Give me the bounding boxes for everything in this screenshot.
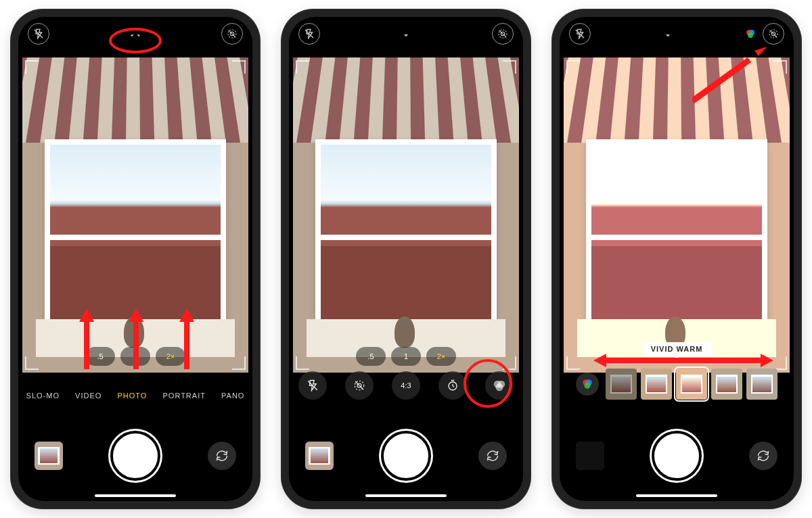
zoom-2x[interactable]: 2× [426, 347, 456, 366]
flip-camera-icon[interactable] [749, 442, 777, 470]
livephoto-off-icon[interactable] [763, 23, 784, 45]
option-row: 4:3 [289, 371, 523, 400]
shutter-button[interactable] [652, 431, 702, 481]
flash-off-icon[interactable] [28, 23, 49, 45]
shutter-bar [560, 431, 794, 481]
filter-thumb-5[interactable] [746, 369, 777, 400]
zoom-row: .5 1 2× [289, 347, 523, 366]
filter-thumb-2[interactable] [641, 369, 672, 400]
rgb-indicator-icon [745, 28, 756, 39]
flip-camera-icon[interactable] [478, 442, 507, 470]
last-photo-thumbnail[interactable] [576, 442, 604, 470]
home-indicator[interactable] [95, 494, 176, 497]
option-flash-icon[interactable] [298, 371, 327, 400]
filter-thumb-1[interactable] [606, 369, 637, 400]
notch [78, 17, 193, 34]
option-timer-icon[interactable] [438, 371, 467, 400]
zoom-2x[interactable]: 2× [156, 347, 185, 366]
viewfinder[interactable] [22, 57, 248, 373]
zoom-row: ​.5 1 2× [18, 347, 252, 366]
notch [348, 17, 464, 34]
scene-image [293, 57, 519, 373]
zoom-0_5[interactable]: .5 [356, 347, 386, 366]
last-photo-thumbnail[interactable] [35, 442, 63, 470]
last-photo-thumbnail[interactable] [305, 442, 334, 470]
camera-screen-2: .5 1 2× 4:3 [289, 17, 523, 501]
mode-pano[interactable]: PANO [221, 392, 244, 400]
shutter-button[interactable] [381, 431, 431, 481]
option-livephoto-icon[interactable] [345, 371, 374, 400]
filter-active-label: VIVID WARM [643, 342, 711, 356]
viewfinder[interactable] [293, 57, 519, 373]
scene-image [564, 57, 790, 373]
svg-line-3 [229, 30, 236, 38]
mode-video[interactable]: VIDEO [75, 392, 102, 400]
shutter-bar [18, 431, 252, 481]
zoom-1[interactable]: 1 [120, 347, 150, 366]
phone-mockup-1: ​.5 1 2× SLO-MO VIDEO PHOTO PORTRAIT PAN… [10, 9, 261, 509]
filter-thumb-3-selected[interactable] [676, 369, 707, 400]
option-filters-icon[interactable] [485, 371, 514, 400]
option-aspect[interactable]: 4:3 [392, 371, 420, 400]
livephoto-off-icon[interactable] [492, 23, 514, 45]
mode-strip[interactable]: SLO-MO VIDEO PHOTO PORTRAIT PANO [18, 392, 252, 400]
livephoto-off-icon[interactable] [221, 23, 243, 45]
zoom-0_5[interactable]: ​.5 [85, 347, 115, 366]
aspect-label: 4:3 [401, 381, 411, 390]
home-indicator[interactable] [365, 494, 447, 497]
phone-mockup-3: VIVID WARM [551, 9, 802, 509]
svg-point-22 [748, 32, 753, 38]
svg-line-10 [499, 30, 507, 38]
svg-line-25 [770, 30, 777, 38]
home-indicator[interactable] [636, 494, 717, 497]
flash-off-icon[interactable] [569, 23, 591, 45]
shutter-button[interactable] [110, 431, 160, 481]
flash-off-icon[interactable] [298, 23, 320, 45]
camera-screen-1: ​.5 1 2× SLO-MO VIDEO PHOTO PORTRAIT PAN… [18, 17, 252, 501]
mode-photo[interactable]: PHOTO [117, 392, 147, 400]
filter-row[interactable] [560, 369, 794, 400]
filter-rgb-icon[interactable] [576, 373, 599, 396]
svg-point-18 [496, 383, 503, 391]
flip-camera-icon[interactable] [208, 442, 236, 470]
mode-portrait[interactable]: PORTRAIT [163, 392, 206, 400]
camera-screen-3: VIVID WARM [560, 17, 794, 501]
phone-mockup-2: .5 1 2× 4:3 [281, 9, 531, 509]
viewfinder[interactable] [564, 57, 790, 373]
mode-slo-mo[interactable]: SLO-MO [26, 392, 60, 400]
shutter-bar [289, 431, 523, 481]
filter-thumb-4[interactable] [711, 369, 742, 400]
zoom-1[interactable]: 1 [391, 347, 421, 366]
svg-point-31 [585, 383, 591, 389]
svg-line-14 [355, 381, 363, 390]
scene-image [22, 57, 248, 373]
notch [619, 17, 734, 34]
